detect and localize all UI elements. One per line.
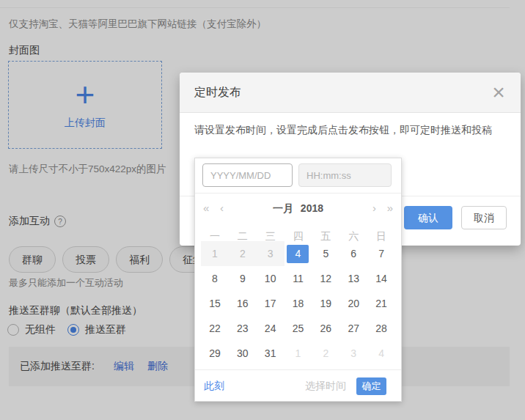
select-time-label[interactable]: 选择时间 xyxy=(305,369,346,402)
calendar-day[interactable]: 26 xyxy=(312,316,339,341)
calendar-day[interactable]: 2 xyxy=(312,341,339,366)
calendar-day[interactable]: 24 xyxy=(257,316,284,341)
calendar-day[interactable]: 11 xyxy=(284,266,312,291)
calendar-day[interactable]: 10 xyxy=(257,266,284,291)
calendar-day[interactable]: 21 xyxy=(367,291,395,316)
calendar-grid: 1234567891011121314151617181920212223242… xyxy=(201,241,395,366)
calendar-day[interactable]: 1 xyxy=(284,341,312,366)
date-picker-panel: « ‹ 一月 2018 › » 一二三四五六日 1234567891011121… xyxy=(194,158,402,402)
picker-footer-divider xyxy=(195,369,401,370)
calendar-day[interactable]: 4 xyxy=(367,341,395,366)
next-month-icon[interactable]: › xyxy=(372,194,376,223)
time-input[interactable] xyxy=(298,163,392,187)
calendar-day[interactable]: 7 xyxy=(367,241,395,266)
calendar-day[interactable]: 29 xyxy=(201,341,229,366)
year-select[interactable]: 2018 xyxy=(301,202,323,214)
calendar-day[interactable]: 3 xyxy=(257,241,284,266)
calendar-day[interactable]: 16 xyxy=(229,291,257,316)
modal-title: 定时发布 xyxy=(194,73,241,112)
now-link[interactable]: 此刻 xyxy=(204,369,224,402)
calendar-day[interactable]: 4 xyxy=(284,241,312,266)
calendar-day[interactable]: 17 xyxy=(257,291,284,316)
calendar-day[interactable]: 19 xyxy=(312,291,339,316)
calendar-day[interactable]: 15 xyxy=(201,291,229,316)
calendar-day[interactable]: 12 xyxy=(312,266,339,291)
calendar-month-bar: « ‹ 一月 2018 › » xyxy=(195,194,401,223)
calendar-day[interactable]: 9 xyxy=(229,266,257,291)
calendar-day[interactable]: 6 xyxy=(339,241,367,266)
next-year-icon[interactable]: » xyxy=(387,194,393,223)
modal-instruction-text: 请设置发布时间，设置完成后点击发布按钮，即可定时推送和投稿 xyxy=(194,124,492,137)
calendar-day[interactable]: 27 xyxy=(339,316,367,341)
calendar-day[interactable]: 13 xyxy=(339,266,367,291)
calendar-day[interactable]: 2 xyxy=(229,241,257,266)
calendar-day[interactable]: 3 xyxy=(339,341,367,366)
calendar-day[interactable]: 8 xyxy=(201,266,229,291)
confirm-button[interactable]: 确认 xyxy=(404,206,452,229)
calendar-day[interactable]: 20 xyxy=(339,291,367,316)
calendar-day[interactable]: 31 xyxy=(257,341,284,366)
calendar-day[interactable]: 1 xyxy=(201,241,229,266)
modal-header: 定时发布 × xyxy=(180,73,521,113)
calendar-day[interactable]: 18 xyxy=(284,291,312,316)
calendar-day[interactable]: 28 xyxy=(367,316,395,341)
calendar-day[interactable]: 5 xyxy=(312,241,339,266)
picker-ok-button[interactable]: 确定 xyxy=(356,377,386,395)
close-icon[interactable]: × xyxy=(487,79,510,106)
date-input[interactable] xyxy=(202,163,293,187)
calendar-day[interactable]: 25 xyxy=(284,316,312,341)
calendar-day[interactable]: 22 xyxy=(201,316,229,341)
calendar-day[interactable]: 14 xyxy=(367,266,395,291)
month-select[interactable]: 一月 xyxy=(273,202,293,214)
calendar-day[interactable]: 30 xyxy=(229,341,257,366)
calendar-day[interactable]: 23 xyxy=(229,316,257,341)
cancel-button[interactable]: 取消 xyxy=(461,206,507,229)
screen: 仅支持淘宝、天猫等阿里巴巴旗下网站链接（支付宝除外） 封面图 + 上传封面 请上… xyxy=(0,0,525,420)
